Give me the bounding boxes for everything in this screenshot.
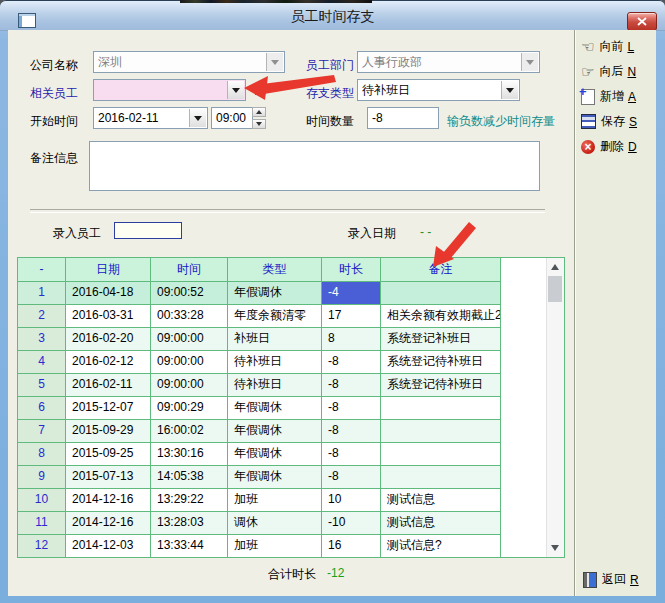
table-row[interactable]: 3 2016-02-20 09:00:00 补班日 8 系统登记补班日 [18, 328, 564, 351]
floppy-icon [581, 114, 596, 129]
return-hotkey: R [630, 573, 639, 587]
chevron-down-icon[interactable] [189, 109, 206, 127]
cell-duration: 17 [322, 305, 381, 328]
amount-hint: 输负数减少时间存量 [447, 113, 555, 130]
cell-index: 10 [18, 489, 66, 512]
type-select[interactable]: 待补班日 [357, 79, 520, 101]
table-row[interactable]: 11 2014-12-16 13:28:03 调休 -10 测试信息 [18, 512, 564, 535]
table-row[interactable]: 1 2016-04-18 09:00:52 年假调休 -4 [18, 282, 564, 305]
table-header-cell: 时长 [322, 258, 381, 282]
cell-type: 年度余额清零 [228, 305, 322, 328]
table-row[interactable]: 10 2014-12-16 13:29:22 加班 10 测试信息 [18, 489, 564, 512]
employee-select[interactable] [93, 79, 246, 101]
department-value: 人事行政部 [362, 54, 422, 71]
scroll-up-icon[interactable] [551, 264, 559, 270]
divider [30, 209, 545, 213]
type-value: 待补班日 [362, 82, 410, 99]
cell-time: 16:00:02 [151, 420, 228, 443]
action-button-list: 向前 L 向后 N 新增 A 保存 S 删除 [581, 34, 655, 159]
department-select: 人事行政部 [357, 51, 540, 73]
delete-button[interactable]: 删除 D [581, 134, 655, 159]
action-hotkey: L [627, 40, 634, 54]
table-row[interactable]: 6 2015-12-07 09:00:29 年假调休 -8 [18, 397, 564, 420]
next-button[interactable]: 向后 N [581, 59, 655, 84]
cell-type: 补班日 [228, 328, 322, 351]
cell-duration: 8 [322, 328, 381, 351]
start-clock-value: 09:00 [216, 111, 246, 125]
table-row[interactable]: 2 2016-03-31 00:33:28 年度余额清零 17 相关余额有效期截… [18, 305, 564, 328]
table-row[interactable]: 9 2015-07-13 14:05:38 年假调休 -8 [18, 466, 564, 489]
cell-index: 5 [18, 374, 66, 397]
cell-remark [381, 397, 501, 420]
cell-duration: -8 [322, 374, 381, 397]
cell-remark: 相关余额有效期截止2 [381, 305, 501, 328]
close-icon [637, 17, 647, 26]
new-doc-icon [581, 89, 595, 105]
remark-label: 备注信息 [30, 150, 78, 167]
remark-textarea[interactable] [89, 141, 540, 191]
cell-date: 2016-02-20 [66, 328, 151, 351]
cell-date: 2014-12-03 [66, 535, 151, 558]
table-row[interactable]: 4 2016-02-12 09:00:00 待补班日 -8 系统登记待补班日 [18, 351, 564, 374]
prev-button[interactable]: 向前 L [581, 34, 655, 59]
cell-date: 2016-02-12 [66, 351, 151, 374]
entry-date-value: - - [420, 225, 431, 239]
action-hotkey: N [627, 65, 636, 79]
chevron-down-icon[interactable] [227, 81, 244, 99]
cell-index: 4 [18, 351, 66, 374]
entry-employee-input[interactable] [114, 222, 182, 239]
cell-index: 1 [18, 282, 66, 305]
time-spinner [252, 107, 267, 129]
cell-time: 09:00:52 [151, 282, 228, 305]
chevron-down-icon[interactable] [501, 81, 518, 99]
return-button[interactable]: 返回 R [583, 567, 639, 592]
background-window-sliver [180, 0, 372, 3]
save-button[interactable]: 保存 S [581, 109, 655, 134]
cell-remark [381, 282, 501, 305]
start-date-select[interactable]: 2016-02-11 [93, 107, 208, 129]
cell-index: 12 [18, 535, 66, 558]
table-header-cell: 日期 [66, 258, 151, 282]
start-clock-input[interactable]: 09:00 [211, 107, 253, 129]
spinner-down-icon[interactable] [252, 119, 266, 129]
close-button[interactable] [627, 12, 657, 31]
table-scrollbar[interactable] [546, 258, 564, 557]
start-date-value: 2016-02-11 [98, 111, 159, 125]
scroll-down-icon[interactable] [551, 545, 559, 551]
cell-remark: 系统登记补班日 [381, 328, 501, 351]
table-row[interactable]: 8 2015-09-25 13:30:16 年假调休 -8 [18, 443, 564, 466]
table-header-cell: - [18, 258, 66, 282]
table-row[interactable]: 7 2015-09-29 16:00:02 年假调休 -8 [18, 420, 564, 443]
cell-date: 2016-03-31 [66, 305, 151, 328]
cell-index: 2 [18, 305, 66, 328]
cell-time: 09:00:00 [151, 328, 228, 351]
employee-more-button[interactable]: ... [254, 84, 267, 98]
cell-time: 14:05:38 [151, 466, 228, 489]
cell-date: 2015-07-13 [66, 466, 151, 489]
chevron-down-icon [266, 53, 283, 71]
cell-date: 2015-12-07 [66, 397, 151, 420]
cell-date: 2014-12-16 [66, 512, 151, 535]
new-button[interactable]: 新增 A [581, 84, 655, 109]
cell-duration: -8 [322, 443, 381, 466]
cell-date: 2015-09-25 [66, 443, 151, 466]
cell-index: 9 [18, 466, 66, 489]
cell-type: 加班 [228, 489, 322, 512]
cell-duration: -10 [322, 512, 381, 535]
scroll-thumb[interactable] [548, 276, 562, 302]
company-label: 公司名称 [30, 57, 78, 74]
cell-duration: 10 [322, 489, 381, 512]
cell-remark: 测试信息 [381, 512, 501, 535]
company-select: 深圳 [93, 51, 285, 73]
window-title: 员工时间存支 [0, 8, 665, 26]
cell-index: 3 [18, 328, 66, 351]
table-row[interactable]: 12 2014-12-03 13:33:44 加班 16 测试信息? [18, 535, 564, 558]
return-label: 返回 [602, 571, 626, 588]
cell-date: 2016-02-11 [66, 374, 151, 397]
table-row[interactable]: 5 2016-02-11 09:00:00 待补班日 -8 系统登记待补班日 [18, 374, 564, 397]
type-label: 存支类型 [306, 85, 354, 102]
cell-type: 年假调休 [228, 397, 322, 420]
spinner-up-icon[interactable] [252, 107, 266, 117]
amount-input[interactable] [367, 107, 439, 129]
table-body: 1 2016-04-18 09:00:52 年假调休 -4 2 2016-03-… [18, 282, 564, 558]
